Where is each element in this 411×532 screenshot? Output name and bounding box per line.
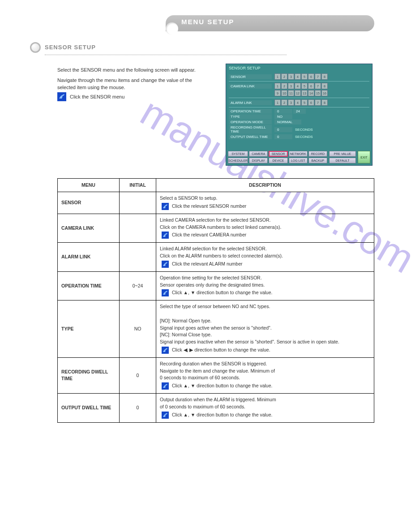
mouse-icon: [161, 382, 170, 390]
table-row: SENSORSelect a SENSOR to setup. Click th…: [58, 192, 374, 214]
shot-num[interactable]: 4: [295, 99, 301, 106]
td-desc: Output duration when the ALARM is trigge…: [156, 394, 374, 423]
shot-num[interactable]: 6: [308, 73, 314, 80]
mouse-icon: [161, 288, 170, 297]
shot-rec-dwell-value[interactable]: 0: [274, 127, 292, 132]
shot-btn-prevalue[interactable]: PRE VALUE: [329, 151, 356, 157]
table-row: RECORDING DWELL TIME0Recording duration …: [58, 357, 374, 393]
td-initial: NO: [120, 300, 156, 358]
shot-num[interactable]: 16: [321, 90, 328, 96]
shot-btn-device[interactable]: DEVICE: [269, 158, 287, 163]
shot-num[interactable]: 7: [315, 99, 321, 106]
table-row: OUTPUT DWELL TIME0Output duration when t…: [58, 394, 374, 423]
td-menu: OUTPUT DWELL TIME: [58, 394, 120, 423]
shot-sensor-nums: 1 2 3 4 5 6 7 8: [274, 73, 328, 80]
shot-num[interactable]: 10: [281, 90, 287, 96]
shot-num[interactable]: 4: [295, 73, 301, 80]
table-row: OPERATION TIME0~24Operation time setting…: [58, 271, 374, 300]
td-desc: Linked ALARM selection for the selected …: [156, 243, 374, 272]
shot-num[interactable]: 2: [281, 83, 287, 89]
header-notch-icon: [166, 22, 178, 35]
shot-btn-exit[interactable]: EXIT: [358, 151, 370, 163]
table-row: ALARM LINKLinked ALARM selection for the…: [58, 243, 374, 272]
shot-num[interactable]: 12: [295, 90, 301, 96]
mouse-icon: [161, 231, 170, 240]
mouse-icon: [161, 202, 170, 211]
shot-num[interactable]: 8: [321, 83, 328, 89]
shot-btn-record[interactable]: RECORD: [308, 151, 327, 157]
td-menu: ALARM LINK: [58, 243, 120, 272]
td-initial: [120, 214, 156, 243]
shot-type-value[interactable]: NO: [274, 114, 292, 119]
shot-num[interactable]: 8: [321, 99, 328, 106]
shot-num[interactable]: 1: [274, 99, 281, 106]
shot-num[interactable]: 3: [288, 99, 294, 106]
shot-num[interactable]: 7: [315, 83, 321, 89]
shot-num[interactable]: 6: [308, 83, 314, 89]
shot-btn-display[interactable]: DISPLAY: [249, 158, 268, 163]
shot-num[interactable]: 14: [308, 90, 314, 96]
td-initial: [120, 243, 156, 272]
td-initial: 0: [120, 394, 156, 423]
shot-num[interactable]: 3: [288, 83, 294, 89]
table-row: CAMERA LINKLinked CAMERA selection for t…: [58, 214, 374, 243]
shot-num[interactable]: 1: [274, 73, 281, 80]
shot-op-time-v1[interactable]: 0: [274, 109, 292, 114]
shot-op-mode-label: OPERATION MODE: [229, 120, 272, 124]
mouse-icon: [161, 346, 170, 355]
shot-op-time-v2[interactable]: 24: [293, 109, 306, 114]
td-menu: TYPE: [58, 300, 120, 358]
shot-btn-sensor[interactable]: SENSOR: [269, 151, 287, 157]
td-menu: SENSOR: [58, 192, 120, 214]
shot-seconds-unit: SECONDS: [295, 128, 313, 132]
bullet-icon: [30, 42, 41, 53]
td-menu: OPERATION TIME: [58, 271, 120, 300]
dotted-separator: [45, 55, 287, 55]
shot-num[interactable]: 2: [281, 73, 287, 80]
table-header-row: MENU INITIAL DESCRIPTION: [58, 179, 374, 192]
shot-num[interactable]: 4: [295, 83, 301, 89]
td-desc: Linked CAMERA selection for the selected…: [156, 214, 374, 243]
td-desc: Select the type of sensor between NO and…: [156, 300, 374, 358]
shot-op-time-label: OPERATION TIME: [229, 109, 272, 114]
shot-camera-label: CAMERA LINK: [229, 84, 272, 89]
shot-num[interactable]: 3: [288, 73, 294, 80]
shot-num[interactable]: 6: [308, 99, 314, 106]
section-title: SENSOR SETUP: [45, 44, 96, 51]
shot-seconds-unit: SECONDS: [295, 135, 313, 139]
intro-text: Select the SENSOR menu and the following…: [57, 66, 210, 91]
shot-btn-scheduler[interactable]: SCHEDULER: [228, 158, 248, 163]
td-initial: 0~24: [120, 271, 156, 300]
mouse-icon: [57, 92, 66, 101]
shot-op-mode-value[interactable]: NORMAL: [274, 120, 301, 124]
shot-btn-default[interactable]: DEFAULT: [329, 158, 356, 163]
shot-btn-camera[interactable]: CAMERA: [249, 151, 268, 157]
shot-type-label: TYPE: [229, 114, 272, 119]
table-row: TYPENOSelect the type of sensor between …: [58, 300, 374, 358]
intro-mouse-text: Click the SENSOR menu: [70, 94, 124, 99]
shot-num[interactable]: 15: [315, 90, 321, 96]
shot-btn-backup[interactable]: BACKUP: [308, 158, 327, 163]
td-menu: RECORDING DWELL TIME: [58, 357, 120, 393]
shot-num[interactable]: 13: [301, 90, 308, 96]
shot-num[interactable]: 11: [288, 90, 294, 96]
shot-btn-system[interactable]: SYSTEM: [228, 151, 248, 157]
intro-mouse-row: Click the SENSOR menu: [57, 92, 124, 101]
td-initial: 0: [120, 357, 156, 393]
th-desc: DESCRIPTION: [156, 179, 374, 192]
shot-num[interactable]: 8: [321, 73, 328, 80]
page-title: MENU SETUP: [181, 18, 234, 26]
shot-num[interactable]: 7: [315, 73, 321, 80]
shot-out-dwell-label: OUTPUT DWELL TIME: [229, 134, 272, 139]
shot-num[interactable]: 5: [301, 73, 308, 80]
shot-num[interactable]: 5: [301, 99, 308, 106]
shot-num[interactable]: 2: [281, 99, 287, 106]
shot-out-dwell-value[interactable]: 0: [274, 134, 292, 139]
shot-btn-loglist[interactable]: LOG LIST: [289, 158, 308, 163]
shot-num[interactable]: 5: [301, 83, 308, 89]
td-desc: Select a SENSOR to setup. Click the rele…: [156, 192, 374, 214]
shot-num[interactable]: 9: [274, 90, 281, 96]
shot-btn-network[interactable]: NETWORK: [289, 151, 308, 157]
td-menu: CAMERA LINK: [58, 214, 120, 243]
shot-num[interactable]: 1: [274, 83, 281, 89]
